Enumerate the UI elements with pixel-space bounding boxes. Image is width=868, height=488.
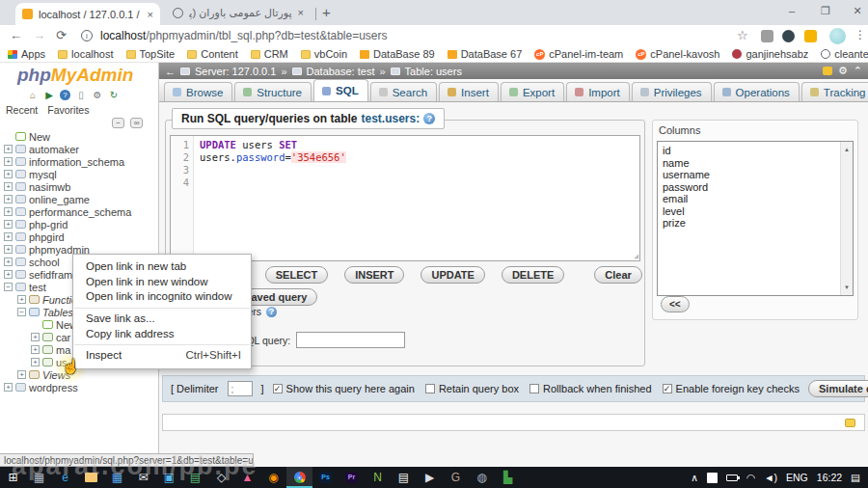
extension-icon[interactable] <box>782 30 795 42</box>
paint-app-icon[interactable]: ▲ <box>234 467 260 488</box>
expand-icon[interactable]: + <box>4 258 13 266</box>
editor-code[interactable]: UPDATE users SET users.password='354e656… <box>194 136 346 260</box>
menu-item-open-link-in-new-tab[interactable]: Open link in new tab <box>73 259 251 275</box>
firefox-icon[interactable]: ◉ <box>260 467 286 488</box>
expand-icon[interactable]: + <box>4 270 13 279</box>
photos-icon[interactable]: ▣ <box>156 467 182 488</box>
simulate-query-button[interactable]: Simulate query <box>808 380 868 397</box>
notepad-plus-icon[interactable]: N <box>365 467 391 488</box>
edge-icon[interactable]: e <box>52 467 78 488</box>
steam-icon[interactable]: ◍ <box>469 467 495 488</box>
mail-icon[interactable]: ✉ <box>130 467 156 488</box>
tab-insert[interactable]: Insert <box>439 82 499 101</box>
new-tab-button[interactable]: + <box>322 4 331 20</box>
menu-item-save-link-as-[interactable]: Save link as... <box>73 312 251 327</box>
tree-item-performance_schema[interactable]: +performance_schema <box>0 205 159 218</box>
browser-tab-active[interactable]: localhost / 127.0.0.1 / test / user × <box>15 3 160 25</box>
collapse-all-button[interactable]: − <box>112 118 124 128</box>
insert-button[interactable]: INSERT <box>344 266 404 284</box>
tab-close-icon[interactable]: × <box>298 7 304 18</box>
checkbox[interactable]: ✓ <box>663 384 672 393</box>
tree-item-php-grid[interactable]: +php-grid <box>0 218 159 230</box>
expand-icon[interactable]: + <box>4 182 13 191</box>
option-rollback-when-finished[interactable]: Rollback when finished <box>529 383 652 394</box>
scroll-up-icon[interactable]: ▲ <box>841 144 853 156</box>
file-explorer-icon[interactable] <box>78 467 104 488</box>
language-indicator[interactable]: ENG <box>786 472 808 483</box>
checkbox[interactable] <box>425 384 435 393</box>
collapse-top-icon[interactable]: ⌃ <box>854 65 862 77</box>
expand-icon[interactable]: + <box>4 245 13 254</box>
wifi-icon[interactable]: ◠ <box>746 472 755 483</box>
column-option-email[interactable]: email <box>663 193 853 205</box>
bookmark-item[interactable]: vbCoin <box>301 48 347 60</box>
stats-app-icon[interactable]: ▙ <box>495 467 521 488</box>
tree-item-automaker[interactable]: +automaker <box>0 143 159 155</box>
tree-item-nasimwb[interactable]: +nasimwb <box>0 180 159 193</box>
bookmark-item[interactable]: Apps <box>8 48 45 60</box>
minimize-button[interactable]: – <box>785 5 799 16</box>
reload-icon[interactable]: ⟳ <box>56 28 67 42</box>
tab-tracking[interactable]: Tracking <box>801 82 868 101</box>
tab-privileges[interactable]: Privileges <box>632 82 712 101</box>
tab-operations[interactable]: Operations <box>714 82 800 101</box>
back-icon[interactable]: ← <box>10 28 22 42</box>
reload-nav-icon[interactable]: ↻ <box>108 90 120 100</box>
update-button[interactable]: UPDATE <box>420 266 484 284</box>
menu-item-copy-link-address[interactable]: Copy link address <box>73 327 251 342</box>
tree-item-new[interactable]: New <box>0 130 159 143</box>
browser-menu-icon[interactable]: ⋮ <box>854 28 866 41</box>
tree-item-phpgird[interactable]: +phpgird <box>0 230 159 243</box>
tab-sql[interactable]: SQL <box>313 79 368 101</box>
photoshop-icon[interactable]: Ps <box>312 467 339 488</box>
home-icon[interactable]: ⌂ <box>27 90 39 100</box>
tab-structure[interactable]: Structure <box>234 82 312 101</box>
chrome-icon[interactable] <box>286 467 312 488</box>
expand-icon[interactable]: + <box>31 333 40 341</box>
collapse-icon[interactable]: − <box>4 283 13 291</box>
column-option-name[interactable]: name <box>663 157 853 170</box>
3d-builder-icon[interactable]: ◇ <box>208 467 234 488</box>
column-option-id[interactable]: id <box>663 145 853 157</box>
notification-center-icon[interactable]: ▤ <box>851 472 860 483</box>
video-editor-icon[interactable]: ▦ <box>26 467 52 488</box>
bookmark-query-input[interactable] <box>296 332 405 348</box>
clock[interactable]: 16:22 <box>817 472 842 483</box>
expand-icon[interactable]: + <box>4 157 13 166</box>
tab-import[interactable]: Import <box>566 82 630 101</box>
column-option-password[interactable]: password <box>663 181 853 194</box>
listbox-scrollbar[interactable]: ▲ ▼ <box>840 142 853 295</box>
expand-icon[interactable]: + <box>4 145 13 153</box>
delete-button[interactable]: DELETE <box>502 266 564 284</box>
tree-item-wordpress[interactable]: +wordpress <box>0 381 159 393</box>
editor-resize-handle[interactable]: ◢ <box>634 252 638 260</box>
phpmyadmin-logo[interactable]: phpMyAdmin <box>17 65 133 86</box>
favorites-dropdown[interactable]: Favorites <box>47 104 89 116</box>
clear-button[interactable]: Clear <box>594 266 642 284</box>
bookmark-item[interactable]: cleantext <box>821 48 868 60</box>
expand-icon[interactable]: + <box>17 295 26 304</box>
lock-icon[interactable] <box>823 67 832 75</box>
premiere-icon[interactable]: Pr <box>339 467 365 488</box>
browser-tab-inactive[interactable]: پورتال عمومی باوران (پرداخت آنلاین) × <box>166 3 311 22</box>
forward-icon[interactable]: → <box>33 28 45 42</box>
scroll-down-icon[interactable]: ▼ <box>841 282 853 294</box>
console-expand-icon[interactable] <box>845 419 855 427</box>
collapse-icon[interactable]: − <box>17 308 26 316</box>
restore-button[interactable]: ❐ <box>819 5 832 17</box>
column-option-prize[interactable]: prize <box>663 217 853 230</box>
bookmark-item[interactable]: cPcPanel-im-team <box>534 48 623 60</box>
tray-app-icon[interactable] <box>707 473 718 483</box>
bookmark-item[interactable]: DataBase 89 <box>360 48 435 60</box>
expand-icon[interactable]: + <box>4 232 13 241</box>
bookmark-item[interactable]: cPcPanel-kavosh <box>636 48 719 60</box>
sql-editor[interactable]: 1234 UPDATE users SET users.password='35… <box>170 135 640 261</box>
help-icon[interactable]: ? <box>60 90 70 100</box>
columns-collapse-button[interactable]: << <box>661 296 690 312</box>
table-link[interactable]: test.users: <box>361 112 420 125</box>
site-info-icon[interactable]: i <box>81 30 93 41</box>
extension-icon[interactable] <box>804 30 817 42</box>
tray-chevron-icon[interactable]: ∧ <box>691 472 698 483</box>
menu-item-open-link-in-incognito-window[interactable]: Open link in incognito window <box>73 289 251 305</box>
expand-icon[interactable]: + <box>4 170 13 178</box>
